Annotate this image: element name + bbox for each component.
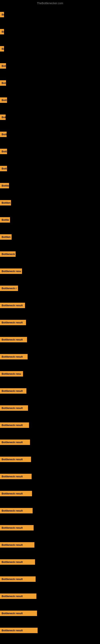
bottleneck-label: Bottleneck result	[0, 491, 32, 496]
bottleneck-label: Bot	[0, 114, 6, 120]
list-item: Bottleneck result	[0, 519, 100, 536]
site-title: TheBottlenecker.com	[0, 0, 100, 6]
list-item: Bott	[0, 143, 100, 160]
list-item: Bottleneck result	[0, 451, 100, 468]
bottleneck-label: Bottleneck result	[0, 457, 31, 462]
list-item: Bot	[0, 109, 100, 126]
bottleneck-label: Bo	[0, 12, 4, 17]
list-item: Bottleneck result	[0, 331, 100, 348]
list-item: Bottleneck result	[0, 622, 100, 639]
bottleneck-label: Bott	[0, 149, 7, 154]
bottleneck-label: Bottleneck result	[0, 303, 25, 308]
bottleneck-label: Bottleneck result	[0, 559, 35, 565]
list-item: Bott	[0, 126, 100, 143]
list-item: Bottleneck result	[0, 536, 100, 554]
bottleneck-label: Bottleneck result	[0, 422, 29, 428]
bottleneck-label: Bottleneck result	[0, 594, 36, 599]
list-item: Bottleneck result	[0, 588, 100, 605]
list-item: Bottleneck resu	[0, 365, 100, 382]
list-item: Bo	[0, 6, 100, 23]
list-item: Bottleneck result	[0, 502, 100, 519]
list-item: Bottleneck result	[0, 314, 100, 331]
list-item: Bott	[0, 92, 100, 109]
list-item: Bottleneck result	[0, 570, 100, 588]
list-item: Bottleneck result	[0, 400, 100, 416]
bottleneck-label: Bottleneck resu	[0, 371, 23, 376]
list-item: Bottleneck result	[0, 554, 100, 570]
bottleneck-label: Bott	[0, 80, 6, 86]
list-item: Bottleneck resu	[0, 263, 100, 280]
bottleneck-label: Bott	[0, 63, 6, 69]
list-item: Bott	[0, 74, 100, 92]
bottleneck-label: Bottleneck resu	[0, 268, 22, 274]
list-item: Bottlen	[0, 228, 100, 246]
list-item: Bottleneck result	[0, 605, 100, 622]
list-item: Bott	[0, 160, 100, 177]
bottleneck-label: Bottleneck result	[0, 525, 34, 530]
bottleneck-label: Bottleneck result	[0, 337, 27, 342]
bottleneck-label: Bottleneck	[0, 251, 16, 257]
list-item: Bottleneck result	[0, 382, 100, 400]
bottleneck-label: Bottleneck result	[0, 320, 26, 325]
bottleneck-label: Bottlen	[0, 234, 12, 240]
bottleneck-label: Bottleneck r	[0, 286, 18, 291]
bottleneck-label: Bottleneck result	[0, 405, 28, 411]
bottleneck-label: Bottle	[0, 217, 10, 222]
bottleneck-label: Bottleneck result	[0, 354, 28, 360]
bottleneck-label: Bottleneck result	[0, 542, 34, 548]
bottleneck-label: Bo	[0, 46, 4, 52]
list-item: Bottleneck result	[0, 348, 100, 365]
bottleneck-label: Bott	[0, 132, 7, 137]
list-item: Bo	[0, 23, 100, 40]
list-item: Bottleneck r	[0, 280, 100, 297]
bottleneck-label: Bottle	[0, 183, 9, 188]
list-item: Bottle	[0, 177, 100, 194]
bottleneck-label: Bottleneck result	[0, 440, 30, 445]
list-item: Bottlen	[0, 194, 100, 211]
bottleneck-label: Bottleneck result	[0, 508, 33, 514]
bottleneck-label: Bottlen	[0, 200, 11, 206]
bottleneck-label: Bottleneck result	[0, 474, 32, 479]
bottleneck-label: Bott	[0, 98, 7, 103]
bottleneck-label: Bottleneck result	[0, 388, 26, 394]
bottleneck-label: Bottleneck result	[0, 628, 38, 633]
bottleneck-label: Bottleneck result	[0, 576, 36, 582]
list-item: Bottleneck result	[0, 485, 100, 502]
list-item: Bottleneck result	[0, 297, 100, 314]
list-item: Bottle	[0, 211, 100, 228]
list-item: Bottleneck result	[0, 434, 100, 451]
bottleneck-label: Bott	[0, 166, 7, 171]
bottleneck-label: Bo	[0, 29, 4, 34]
list-item: Bott	[0, 57, 100, 74]
items-container: BoBoBoBottBottBottBotBottBottBottBottleB…	[0, 6, 100, 639]
list-item: Bottleneck result	[0, 468, 100, 485]
list-item: Bottleneck result	[0, 416, 100, 434]
list-item: Bo	[0, 40, 100, 57]
list-item: Bottleneck	[0, 246, 100, 263]
bottleneck-label: Bottleneck result	[0, 610, 37, 616]
